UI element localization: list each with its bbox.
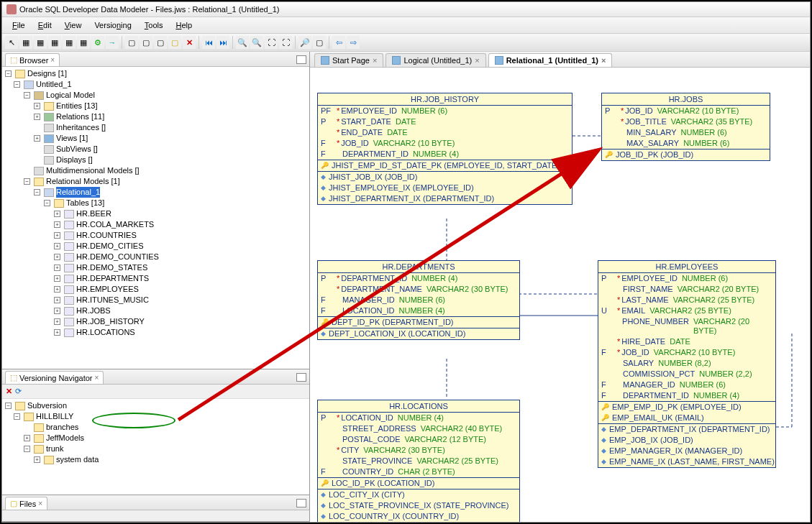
column-row[interactable]: P*LOCATION_IDNUMBER (4): [318, 413, 519, 423]
pk-row[interactable]: 🔑JHIST_EMP_ID_ST_DATE_PK (EMPLOYEE_ID, S…: [318, 160, 572, 171]
vers-hillbilly[interactable]: −HILLBILLY: [4, 411, 308, 422]
grid4-icon[interactable]: ▦: [63, 36, 76, 49]
column-row[interactable]: FIRST_NAMEVARCHAR2 (20 BYTE): [598, 284, 775, 295]
tree-multidim[interactable]: Multidimensional Models []: [4, 165, 308, 176]
fwd-icon[interactable]: ⇨: [347, 36, 360, 49]
column-row[interactable]: *DEPARTMENT_NAMEVARCHAR2 (30 BYTE): [318, 284, 519, 295]
tree-table-jobhistory[interactable]: +HR.JOB_HISTORY: [4, 316, 308, 327]
column-row[interactable]: *HIRE_DATEDATE: [598, 336, 775, 347]
column-row[interactable]: FDEPARTMENT_IDNUMBER (4): [598, 390, 775, 401]
tree-table-countries[interactable]: +HR.COUNTRIES: [4, 230, 308, 241]
pk-row[interactable]: 🔑JOB_ID_PK (JOB_ID): [602, 150, 770, 160]
index-row[interactable]: ◆LOC_STATE_PROVINCE_IX (STATE_PROVINCE): [318, 500, 519, 511]
column-row[interactable]: F*JOB_IDVARCHAR2 (10 BYTE): [598, 347, 775, 358]
column-row[interactable]: P*JOB_IDVARCHAR2 (10 BYTE): [602, 106, 770, 116]
files-tab[interactable]: ▢ Files ×: [5, 497, 47, 510]
column-row[interactable]: POSTAL_CODEVARCHAR2 (12 BYTE): [318, 434, 519, 445]
column-row[interactable]: F*JOB_IDVARCHAR2 (10 BYTE): [318, 138, 572, 149]
column-row[interactable]: P*DEPARTMENT_IDNUMBER (4): [318, 273, 519, 284]
close-icon[interactable]: ×: [38, 500, 42, 507]
column-row[interactable]: FMANAGER_IDNUMBER (6): [318, 295, 519, 305]
tree-views[interactable]: +Views [1]: [4, 133, 308, 144]
vers-trunk[interactable]: −trunk: [4, 443, 308, 454]
pk-row[interactable]: 🔑DEPT_ID_PK (DEPARTMENT_ID): [318, 317, 519, 328]
versioning-body[interactable]: −Subversion −HILLBILLY branches +JeffMod…: [2, 399, 309, 495]
versioning-tab[interactable]: ⬚ Versioning Navigator ×: [5, 371, 104, 384]
column-row[interactable]: *LAST_NAMEVARCHAR2 (25 BYTE): [598, 295, 775, 305]
menu-file[interactable]: File: [6, 19, 31, 32]
column-row[interactable]: STATE_PROVINCEVARCHAR2 (25 BYTE): [318, 456, 519, 466]
docs-icon[interactable]: ▢: [140, 36, 152, 49]
tree-displays[interactable]: Displays []: [4, 155, 308, 165]
column-row[interactable]: *CITYVARCHAR2 (30 BYTE): [318, 445, 519, 456]
vers-subversion[interactable]: −Subversion: [4, 400, 308, 411]
column-row[interactable]: P*START_DATEDATE: [318, 116, 572, 127]
doc-icon[interactable]: ▢: [125, 36, 138, 49]
column-row[interactable]: FMANAGER_IDNUMBER (6): [598, 380, 775, 390]
tree-table-cities[interactable]: +HR.DEMO_CITIES: [4, 241, 308, 252]
browser-tab[interactable]: ⬚ Browser ×: [5, 53, 60, 66]
column-row[interactable]: STREET_ADDRESSVARCHAR2 (40 BYTE): [318, 423, 519, 434]
column-row[interactable]: MIN_SALARYNUMBER (6): [602, 127, 770, 138]
folder-icon[interactable]: ▢: [168, 36, 181, 49]
index-row[interactable]: ◆JHIST_JOB_IX (JOB_ID): [318, 172, 572, 183]
menu-help[interactable]: Help: [170, 19, 198, 32]
column-row[interactable]: PHONE_NUMBERVARCHAR2 (20 BYTE): [598, 316, 775, 336]
search-icon[interactable]: 🔎: [298, 36, 311, 49]
index-row[interactable]: ◆EMP_MANAGER_IX (MANAGER_ID): [598, 446, 775, 456]
tab-startpage[interactable]: Start Page×: [314, 53, 383, 67]
close-icon[interactable]: ×: [475, 56, 479, 65]
entity-locations[interactable]: HR.LOCATIONSP*LOCATION_IDNUMBER (4)STREE…: [317, 400, 520, 522]
panel-maximize-icon[interactable]: [296, 55, 306, 64]
entity-jobs[interactable]: HR.JOBSP*JOB_IDVARCHAR2 (10 BYTE)*JOB_TI…: [601, 93, 770, 161]
column-row[interactable]: COMMISSION_PCTNUMBER (2,2): [598, 369, 775, 380]
grid5-icon[interactable]: ▦: [77, 36, 90, 49]
delete-icon[interactable]: ✕: [6, 387, 12, 396]
menu-view[interactable]: View: [59, 19, 88, 32]
column-row[interactable]: SALARYNUMBER (8,2): [598, 358, 775, 369]
index-row[interactable]: ◆LOC_COUNTRY_IX (COUNTRY_ID): [318, 511, 519, 522]
fit-icon[interactable]: ⛶: [265, 36, 278, 49]
column-row[interactable]: FDEPARTMENT_IDNUMBER (4): [318, 149, 572, 160]
tree-table-itunes[interactable]: +HR.ITUNES_MUSIC: [4, 295, 308, 305]
last-icon[interactable]: ⏭: [216, 36, 229, 49]
browser-body[interactable]: −Designs [1] −Untitled_1 −Logical Model …: [2, 67, 309, 369]
uk-row[interactable]: 🔑EMP_EMAIL_UK (EMAIL): [598, 413, 775, 423]
titlebar[interactable]: Oracle SQL Developer Data Modeler - File…: [2, 2, 810, 17]
grid2-icon[interactable]: ▦: [34, 36, 47, 49]
pk-row[interactable]: 🔑EMP_EMP_ID_PK (EMPLOYEE_ID): [598, 402, 775, 413]
panel-maximize-icon[interactable]: [296, 499, 306, 507]
index-row[interactable]: ◆JHIST_EMPLOYEE_IX (EMPLOYEE_ID): [318, 183, 572, 193]
tab-logical[interactable]: Logical (Untitled_1)×: [386, 53, 485, 67]
docs2-icon[interactable]: ▢: [154, 36, 167, 49]
entity-departments[interactable]: HR.DEPARTMENTSP*DEPARTMENT_IDNUMBER (4)*…: [317, 260, 520, 340]
tree-table-jobs[interactable]: +HR.JOBS: [4, 305, 308, 316]
index-row[interactable]: ◆JHIST_DEPARTMENT_IX (DEPARTMENT_ID): [318, 193, 572, 204]
index-row[interactable]: ◆EMP_NAME_IX (LAST_NAME, FIRST_NAME): [598, 456, 775, 467]
panel-maximize-icon[interactable]: [296, 373, 306, 382]
tab-relational[interactable]: Relational_1 (Untitled_1)×: [488, 53, 613, 67]
menu-edit[interactable]: Edit: [32, 19, 58, 32]
index-row[interactable]: ◆DEPT_LOCATION_IX (LOCATION_ID): [318, 328, 519, 339]
grid3-icon[interactable]: ▦: [48, 36, 61, 49]
zoomin-icon[interactable]: 🔍: [236, 36, 249, 49]
menu-versioning[interactable]: Versioning: [88, 19, 137, 32]
close-icon[interactable]: ×: [373, 56, 377, 65]
column-row[interactable]: U*EMAILVARCHAR2 (25 BYTE): [598, 305, 775, 316]
tree-table-states[interactable]: +HR.DEMO_STATES: [4, 262, 308, 273]
first-icon[interactable]: ⏮: [202, 36, 215, 49]
tree-logical[interactable]: −Logical Model: [4, 90, 308, 101]
tree-designs[interactable]: −Designs [1]: [4, 68, 308, 79]
refresh-icon[interactable]: ⟳: [15, 387, 22, 396]
column-row[interactable]: FCOUNTRY_IDCHAR (2 BYTE): [318, 466, 519, 477]
close-icon[interactable]: ×: [601, 56, 606, 65]
close-icon[interactable]: ×: [95, 374, 99, 382]
tree-entities[interactable]: +Entities [13]: [4, 101, 308, 111]
back-icon[interactable]: ⇦: [332, 36, 345, 49]
entity-employees[interactable]: HR.EMPLOYEESP*EMPLOYEE_IDNUMBER (6)FIRST…: [598, 260, 776, 468]
column-row[interactable]: P*EMPLOYEE_IDNUMBER (6): [598, 273, 775, 284]
index-row[interactable]: ◆EMP_DEPARTMENT_IX (DEPARTMENT_ID): [598, 424, 775, 435]
tree-untitled[interactable]: −Untitled_1: [4, 79, 308, 90]
delete-icon[interactable]: ✕: [183, 36, 196, 49]
tree-relmodels[interactable]: −Relational Models [1]: [4, 176, 308, 187]
